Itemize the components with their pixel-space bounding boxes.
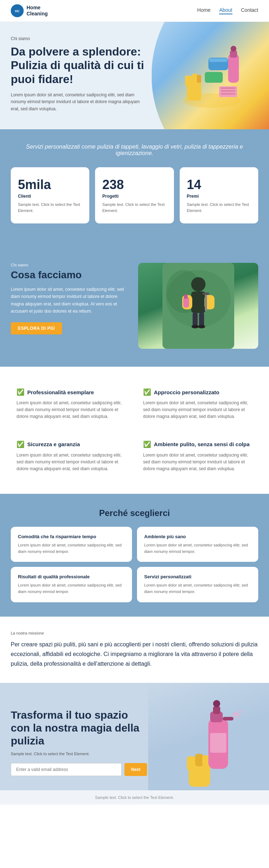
check-icon-0: ✅ [16,388,24,396]
svg-rect-27 [203,293,209,295]
perche-card-3: Servizi personalizzati Lorem ipsum dolor… [137,567,258,602]
svg-point-31 [198,325,205,328]
hero-image-visual [152,22,269,129]
svg-point-39 [213,700,220,707]
navbar: HC Home Cleaning Home About Contact [0,0,269,22]
svg-rect-6 [197,75,201,83]
stat-number-0: 5mila [18,177,82,192]
stat-desc-2: Sample text. Click to select the Text El… [187,202,251,213]
cosa-content: Chi siamo Cosa facciamo Lorem ipsum dolo… [11,263,131,349]
stat-card-0: 5mila Clienti Sample text. Click to sele… [11,167,89,223]
cta-desc: Sample text. Click to select the Text El… [11,752,147,756]
nav-home[interactable]: Home [197,7,211,14]
cosa-desc: Lorem ipsum dolor sit amet, consetetur s… [11,286,131,315]
hero-title: Da polvere a splendore: Pulizia di quali… [11,45,147,86]
svg-rect-5 [192,74,198,83]
feature-card-1: ✅ Approccio personalizzato Lorem ipsum d… [137,381,258,428]
check-icon-3: ✅ [143,440,151,448]
svg-point-20 [191,277,206,291]
feature-desc-1: Lorem ipsum dolor sit amet, consetetur s… [143,400,253,420]
feature-title-0: Professionalità esemplare [27,389,94,395]
svg-rect-14 [221,87,235,89]
perche-card-desc-2: Lorem ipsum dolor sit amet, consetetur s… [18,582,125,595]
feature-desc-0: Lorem ipsum dolor sit amet, consetetur s… [16,400,126,420]
footer-sample: Sample text. Click to select the Text El… [0,790,269,805]
svg-rect-38 [213,706,220,714]
svg-point-12 [231,46,236,52]
stat-card-2: 14 Premi Sample text. Click to select th… [180,167,258,223]
cosa-inner: Chi siamo Cosa facciamo Lorem ipsum dolo… [11,263,258,349]
stat-desc-1: Sample text. Click to select the Text El… [102,202,166,213]
stat-label-2: Premi [187,194,251,199]
feature-card-3: ✅ Ambiente pulito, senza sensi di colpa … [137,433,258,480]
nav-about[interactable]: About [219,7,232,14]
feature-title-2: Sicurezza e garanzia [27,441,80,447]
stats-cards: 5mila Clienti Sample text. Click to sele… [11,167,258,223]
logo-icon: HC [11,4,24,17]
perche-title: Perché sceglierci [11,508,258,518]
perche-card-title-0: Comodità che fa risparmiare tempo [18,534,125,539]
hero-image [152,22,269,129]
perche-card-desc-1: Lorem ipsum dolor sit amet, consetetur s… [144,542,251,555]
feature-title-row-2: ✅ Sicurezza e garanzia [16,440,126,448]
svg-point-43 [235,717,240,719]
perche-card-desc-3: Lorem ipsum dolor sit amet, consetetur s… [144,582,251,595]
logo: HC Home Cleaning [11,4,48,17]
svg-rect-29 [199,312,204,327]
brand-name: Home Cleaning [27,5,48,17]
perche-card-2: Risultati di qualità professionale Lorem… [11,567,132,602]
stat-number-2: 14 [187,177,251,192]
perche-card-0: Comodità che fa risparmiare tempo Lorem … [11,527,132,562]
feature-title-row-0: ✅ Professionalità esemplare [16,388,126,396]
svg-rect-33 [187,756,196,771]
svg-rect-28 [193,312,198,327]
nav-contact[interactable]: Contact [241,7,258,14]
hero-section: Chi siamo Da polvere a splendore: Pulizi… [0,22,269,129]
feature-title-row-3: ✅ Ambiente pulito, senza sensi di colpa [143,440,253,448]
missione-tag: La nostra missione [11,631,258,635]
cosa-image [138,263,258,349]
stat-desc-0: Sample text. Click to select the Text El… [18,202,82,213]
feature-desc-3: Lorem ipsum dolor sit amet, consetetur s… [143,452,253,473]
perche-card-1: Ambiente più sano Lorem ipsum dolor sit … [137,527,258,562]
check-icon-1: ✅ [143,388,151,396]
svg-rect-8 [209,58,227,62]
perche-section: Perché sceglierci Comodità che fa rispar… [0,494,269,616]
svg-rect-4 [185,76,192,86]
features-grid: ✅ Professionalità esemplare Lorem ipsum … [11,381,258,479]
hero-content: Chi siamo Da polvere a splendore: Pulizi… [11,36,147,112]
feature-desc-2: Lorem ipsum dolor sit amet, consetetur s… [16,452,126,473]
svg-point-41 [232,712,240,717]
cosa-tag: Chi siamo [11,263,131,267]
perche-card-title-1: Ambiente più sano [144,534,251,539]
cta-image [148,683,269,790]
svg-rect-35 [202,755,209,765]
stat-label-0: Clienti [18,194,82,199]
svg-rect-15 [221,90,235,92]
check-icon-2: ✅ [16,440,24,448]
svg-point-30 [192,325,199,328]
stat-label-1: Progetti [102,194,166,199]
feature-title-1: Approccio personalizzato [154,389,220,395]
submit-button[interactable]: Next [124,763,147,776]
email-input[interactable] [11,763,122,776]
stat-card-1: 238 Progetti Sample text. Click to selec… [95,167,174,223]
svg-rect-25 [184,294,188,299]
svg-rect-34 [195,754,203,766]
cta-title: Trasforma il tuo spazio con la nostra ma… [11,709,147,747]
esplora-button[interactable]: ESPLORA DI PIÙ [11,322,62,334]
svg-rect-16 [221,93,235,95]
feature-card-2: ✅ Sicurezza e garanzia Lorem ipsum dolor… [11,433,132,480]
missione-text: Per creare spazi più puliti, più sani e … [11,640,258,669]
spacer-1 [0,238,269,249]
cosa-section: Chi siamo Cosa facciamo Lorem ipsum dolo… [0,249,269,367]
svg-rect-26 [205,293,207,311]
svg-text:HC: HC [15,9,20,13]
feature-title-3: Ambiente pulito, senza sensi di colpa [154,441,250,447]
stats-tagline: Servizi personalizzati come pulizia di t… [11,144,258,156]
svg-rect-40 [223,717,233,720]
stats-section: Servizi personalizzati come pulizia di t… [0,129,269,238]
feature-card-0: ✅ Professionalità esemplare Lorem ipsum … [11,381,132,428]
svg-rect-9 [205,72,223,83]
perche-card-title-3: Servizi personalizzati [144,574,251,579]
